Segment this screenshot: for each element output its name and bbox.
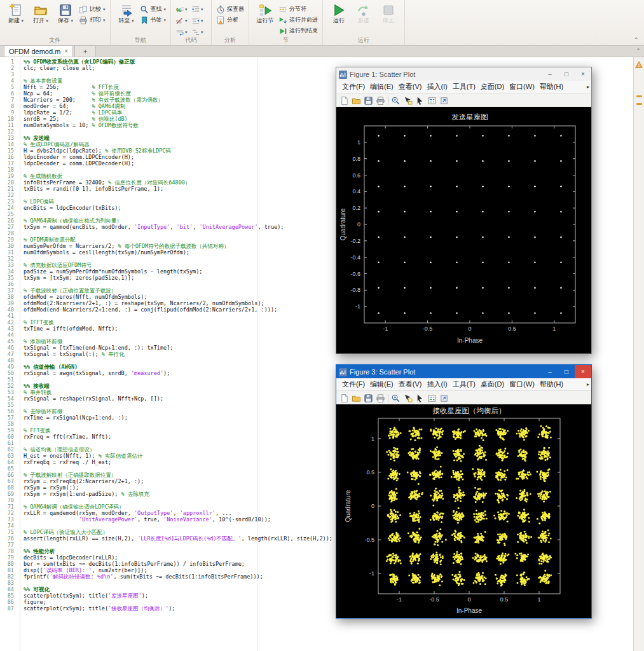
section-break-button[interactable]: 分节符 [278, 4, 318, 14]
legend-icon[interactable] [427, 394, 437, 403]
open-folder-icon[interactable] [352, 96, 361, 106]
run-to-end-button[interactable]: 运行到结束 [278, 26, 318, 36]
goto-button[interactable]: 转至 ▾ [115, 2, 138, 37]
open-button[interactable]: 打开 ▾ [29, 2, 52, 37]
menu-item-0[interactable]: 文件(F) [339, 82, 367, 92]
line-number: 16 [0, 154, 20, 160]
run-to-end-icon [278, 27, 287, 36]
tx-constellation-plot[interactable]: 发送星座图-1-0.500.5110.80.60.40.20-0.2-0.4-0… [336, 107, 591, 353]
step-button[interactable]: 步进 [352, 2, 375, 37]
menu-item-4[interactable]: 工具(T) [450, 82, 478, 92]
menu-item-1[interactable]: 编辑(E) [367, 82, 396, 92]
new-doc-icon[interactable] [339, 96, 349, 106]
zoom-icon[interactable] [391, 96, 401, 106]
ribbon-group-label: 代码 [171, 36, 211, 45]
print-icon[interactable] [376, 96, 385, 106]
maximize-button[interactable]: □ [558, 67, 575, 81]
line-number: 59 [0, 427, 20, 434]
ribbon-group-analyze: 探查器分析分析 [212, 0, 249, 45]
print-button[interactable]: 打印▾ [79, 15, 106, 25]
menu-item-2[interactable]: 查看(V) [396, 82, 425, 92]
compare-button[interactable]: 比较▾ [79, 4, 106, 14]
bookmark-button[interactable]: 书签▾ [140, 15, 167, 25]
line-number: 55 [0, 402, 20, 408]
dock-icon[interactable] [439, 394, 449, 403]
compare-icon [79, 5, 88, 14]
code-line-1[interactable]: 1%% OFDM收发系统仿真（含LDPC编码）修正版 [0, 58, 634, 65]
maximize-button[interactable]: □ [558, 365, 575, 378]
minimize-button[interactable]: – [542, 365, 558, 378]
rx-constellation-plot[interactable]: 接收星座图（均衡后）-1-0.500.5110.50-0.5-1In-Phase… [336, 404, 591, 618]
menu-item-7[interactable]: 帮助(H) [537, 82, 566, 92]
figure1-titlebar[interactable]: Figure 1: Scatter Plot – □ × [336, 67, 591, 81]
menu-item-3[interactable]: 插入(I) [424, 82, 449, 92]
svg-text:发送星座图: 发送星座图 [451, 113, 488, 121]
menu-item-5[interactable]: 桌面(D) [478, 82, 507, 92]
warning-icon[interactable]: ! [635, 59, 643, 66]
line-number: 28 [0, 230, 20, 236]
menu-item-4[interactable]: 工具(T) [450, 380, 478, 389]
run-button[interactable]: 运行 [327, 2, 350, 37]
menu-item-2[interactable]: 查看(V) [396, 380, 425, 389]
stop-icon [381, 3, 395, 17]
indent-button[interactable]: ▾ [191, 4, 207, 15]
ribbon-collapse-icon[interactable]: ⌃ [634, 36, 639, 43]
outdent-button[interactable]: ▾ [191, 15, 207, 26]
line-number: 4 [0, 78, 20, 84]
menu-overflow-icon[interactable]: ▸ [587, 381, 589, 387]
tab-close-icon[interactable]: × [64, 48, 68, 55]
line-number: 6 [0, 90, 20, 97]
line-number: 8 [0, 103, 20, 109]
legend-icon[interactable] [427, 96, 437, 106]
line-number: 45 [0, 338, 20, 345]
tab-label: OFDM demod.m [9, 48, 60, 55]
run-section-button[interactable]: 运行节 [254, 2, 277, 37]
dock-icon[interactable] [439, 96, 449, 106]
new-tab-button[interactable]: + [74, 45, 96, 57]
uncomment-button[interactable]: %▾ [175, 15, 191, 26]
datatip-icon[interactable] [403, 96, 413, 106]
pointer-icon[interactable] [415, 394, 425, 403]
ribbon-group-run: 运行步进停止运行 [323, 0, 405, 45]
new-button[interactable]: 新建 ▾ [4, 2, 27, 37]
message-indicator-bar[interactable]: ! [633, 57, 644, 651]
menu-item-6[interactable]: 窗口(W) [507, 380, 537, 389]
save-icon[interactable] [364, 96, 373, 106]
svg-text:0: 0 [468, 326, 471, 332]
stop-button[interactable]: 停止 [377, 2, 400, 37]
warning-marker[interactable] [636, 95, 642, 97]
menu-item-6[interactable]: 窗口(W) [507, 82, 537, 92]
save-button[interactable]: 保存 ▾ [54, 2, 77, 37]
close-button[interactable]: × [575, 67, 591, 81]
menu-item-7[interactable]: 帮助(H) [537, 380, 566, 389]
menu-item-3[interactable]: 插入(I) [424, 380, 449, 389]
minimize-button[interactable]: – [542, 67, 558, 81]
print-icon[interactable] [376, 394, 385, 403]
analyze-button[interactable]: 分析 [216, 15, 244, 25]
close-button[interactable]: × [575, 365, 591, 378]
comment-button[interactable]: %▾ [175, 4, 191, 15]
pointer-icon[interactable] [415, 96, 425, 106]
line-number: 68 [0, 484, 20, 491]
run-advance-button[interactable]: 运行并前进 [278, 15, 318, 25]
zoom-icon[interactable] [391, 394, 401, 403]
menu-overflow-icon[interactable]: ▸ [587, 84, 589, 90]
tab-ofdm-demod[interactable]: OFDM demod.m × [4, 45, 73, 57]
line-number: 23 [0, 198, 20, 205]
open-folder-icon[interactable] [352, 394, 361, 403]
profiler-button[interactable]: 探查器 [216, 4, 244, 14]
datatip-icon[interactable] [403, 394, 413, 403]
maximize-editor-icon[interactable]: ⌃ [636, 48, 641, 54]
code-line-48[interactable]: 48 [0, 357, 634, 364]
menu-item-5[interactable]: 桌面(D) [478, 380, 507, 389]
menu-item-1[interactable]: 编辑(E) [367, 380, 396, 389]
line-number: 7 [0, 97, 20, 103]
find-button[interactable]: 查找▾ [140, 4, 167, 14]
line-number: 63 [0, 453, 20, 459]
warning-marker[interactable] [636, 103, 642, 105]
new-doc-icon[interactable] [339, 394, 349, 403]
menu-item-0[interactable]: 文件(F) [339, 380, 367, 389]
figure3-titlebar[interactable]: Figure 3: Scatter Plot – □ × [336, 365, 591, 378]
run-icon [332, 3, 346, 17]
save-icon[interactable] [364, 394, 373, 403]
